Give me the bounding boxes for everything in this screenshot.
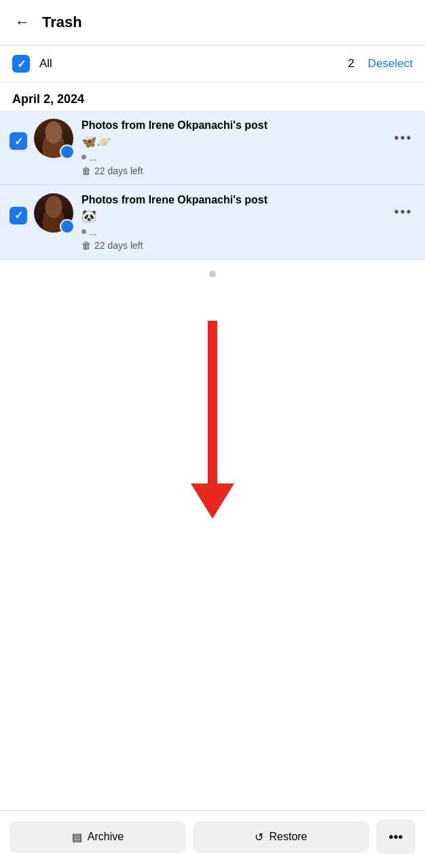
trash-icon-2: 🗑 — [81, 240, 91, 251]
days-left-2: 22 days left — [94, 240, 143, 251]
notif-emojis-1: 🦋🪐 — [81, 134, 391, 149]
notif-title-1: Photos from Irene Okpanachi's post — [81, 119, 391, 133]
avatar-badge-2: 👤 — [60, 219, 75, 234]
arrow-container — [0, 288, 425, 519]
page-title: Trash — [42, 14, 82, 31]
selection-bar: All 2 Deselect — [0, 45, 425, 83]
bottom-toolbar: ▤ Archive ↺ Restore ••• — [0, 810, 425, 868]
user-icon-2: 👤 — [62, 222, 72, 231]
more-button-2[interactable]: ••• — [391, 200, 415, 224]
notif-trash-row-2: 🗑 22 days left — [81, 240, 391, 251]
meta-ellipsis-2: ... — [89, 226, 97, 237]
notif-checkbox-2[interactable] — [10, 207, 27, 224]
user-icon-1: 👤 — [62, 148, 72, 157]
meta-dot-1 — [81, 155, 86, 159]
trash-icon-1: 🗑 — [81, 165, 91, 176]
avatar-2: 👤 — [34, 193, 73, 233]
notif-trash-row-1: 🗑 22 days left — [81, 165, 391, 176]
notif-content-2: Photos from Irene Okpanachi's post 🐼 ...… — [81, 193, 391, 251]
archive-button[interactable]: ▤ Archive — [10, 821, 186, 853]
notif-content-1: Photos from Irene Okpanachi's post 🦋🪐 ..… — [81, 119, 391, 176]
header: ← Trash — [0, 0, 425, 45]
all-label: All — [39, 57, 348, 71]
notif-title-2: Photos from Irene Okpanachi's post — [81, 193, 391, 208]
selection-count: 2 — [348, 57, 354, 71]
restore-icon: ↺ — [255, 831, 263, 844]
archive-label: Archive — [88, 831, 124, 843]
date-section: April 2, 2024 — [0, 83, 425, 111]
notification-item-1: 👤 Photos from Irene Okpanachi's post 🦋🪐 … — [0, 111, 425, 185]
more-button-1[interactable]: ••• — [391, 125, 415, 150]
back-button[interactable]: ← — [12, 11, 33, 34]
avatar-1: 👤 — [34, 119, 73, 158]
toolbar-more-button[interactable]: ••• — [376, 819, 415, 854]
restore-button[interactable]: ↺ Restore — [193, 821, 369, 853]
notif-emojis-2: 🐼 — [81, 209, 391, 224]
archive-icon: ▤ — [72, 831, 82, 844]
restore-label: Restore — [269, 831, 307, 843]
select-all-checkbox[interactable] — [12, 55, 30, 73]
meta-dot-2 — [81, 229, 86, 234]
days-left-1: 22 days left — [94, 165, 143, 176]
red-arrow — [191, 321, 234, 519]
scroll-indicator — [0, 260, 425, 288]
notif-meta-1: ... — [81, 152, 391, 163]
notif-meta-2: ... — [81, 226, 391, 237]
scroll-dot — [209, 271, 216, 277]
back-arrow-icon: ← — [15, 14, 30, 31]
deselect-button[interactable]: Deselect — [368, 57, 413, 71]
arrow-line — [208, 321, 217, 484]
notification-item-2: 👤 Photos from Irene Okpanachi's post 🐼 .… — [0, 185, 425, 260]
arrow-head — [191, 484, 234, 519]
avatar-badge-1: 👤 — [60, 144, 75, 159]
meta-ellipsis-1: ... — [89, 152, 97, 163]
notif-checkbox-1[interactable] — [10, 132, 27, 150]
date-label: April 2, 2024 — [12, 92, 84, 106]
